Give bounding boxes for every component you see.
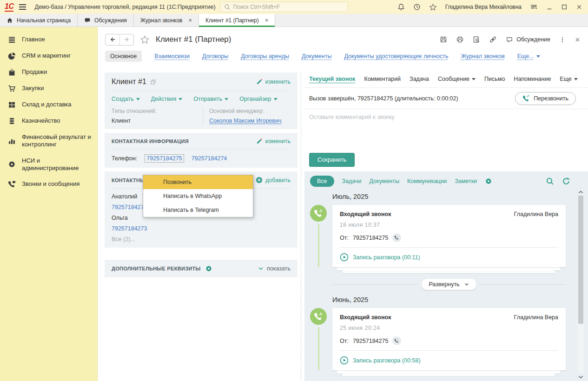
tab-comment[interactable]: Комментарий [364,76,401,82]
preview-icon[interactable] [473,36,480,43]
filter-tasks[interactable]: Задачи [342,178,362,184]
phone-chip-icon[interactable] [392,336,401,345]
menu-item-telegram[interactable]: Написать в Telegram [143,203,253,217]
call-card[interactable]: Входящий звонок Гладилина Вера 25 июня 2… [332,308,566,370]
scroll-up-icon[interactable] [578,190,583,194]
sidebar-item-treasury[interactable]: Казначейство [0,113,97,129]
add-label: добавить [265,177,291,184]
global-search[interactable] [220,2,348,12]
sidebar-item-main[interactable]: Главное [0,32,97,48]
manager-link[interactable]: Соколов Максим Игоревич [209,118,291,124]
forward-button[interactable] [119,34,133,45]
show-label: показать [267,265,291,272]
search-input[interactable] [233,4,344,10]
sidebar-item-admin[interactable]: НСИ и администрирование [0,153,97,177]
favorite-star-icon[interactable] [140,35,150,45]
edit-contact-info-link[interactable]: изменить [256,138,291,145]
call-card[interactable]: Входящий звонок Гладилина Вера 16 июля 1… [332,205,566,267]
call-recording-link[interactable]: Запись разговора (00:11) [340,253,558,262]
timeline-scrollbar[interactable] [577,190,584,379]
tab-current-call[interactable]: Текущий звонок [309,76,355,82]
tab-discussions[interactable]: Обсуждения [78,14,134,26]
edit-client-link[interactable]: изменить [256,79,291,85]
main-menu-icon[interactable] [18,2,27,12]
show-all-contacts-link[interactable]: Все (2)... [112,236,291,243]
nav-link-id-documents[interactable]: Документы удостоверяющие личность [344,53,448,59]
tab-more[interactable]: Еще [560,76,577,82]
call-recording-link[interactable]: Запись разговора (00:58) [340,356,558,365]
interaction-tabs: Текущий звонок Комментарий Задача Сообще… [304,72,588,88]
callback-button[interactable]: Перезвонить [515,92,576,105]
contact-person-phone[interactable]: 79257184273 [112,225,291,232]
filter-notes[interactable]: Заметки [455,178,477,184]
favorites-star-icon[interactable] [429,3,437,11]
event-from-label: От: [340,235,349,241]
call-comment-input[interactable] [309,114,583,148]
timeline-search-icon[interactable] [546,177,554,185]
menu-item-call[interactable]: Позвонить [143,175,253,189]
maximize-window-icon[interactable] [561,4,568,10]
panel-splitter[interactable] [297,72,304,381]
tab-close-icon[interactable]: × [188,17,192,23]
filter-documents[interactable]: Документы [370,178,399,184]
sidebar-item-purchases[interactable]: Закупки [0,80,97,97]
minimize-window-icon[interactable] [546,4,553,10]
nav-link-call-log[interactable]: Журнал звонков [461,53,504,59]
discussion-button[interactable]: Обсуждение [506,36,550,43]
menu-create[interactable]: Создать [112,96,140,102]
nav-link-lease[interactable]: Договоры аренды [241,53,289,59]
copy-icon[interactable] [150,79,156,85]
service-menu-icon[interactable] [530,3,538,11]
filter-all[interactable]: Все [310,176,334,187]
tab-close-icon[interactable]: × [265,17,269,23]
sidebar-item-warehouse[interactable]: Склад и доставка [0,97,97,113]
print-icon[interactable] [456,36,464,43]
show-attributes-link[interactable]: показать [258,265,291,272]
nav-link-contracts[interactable]: Договоры [202,53,228,59]
menu-send[interactable]: Отправить [193,96,228,102]
nav-link-main[interactable]: Основное [105,51,142,62]
nav-link-more[interactable]: Еще... [517,53,540,59]
history-icon[interactable] [413,3,421,11]
more-kebab-icon[interactable] [559,36,566,43]
nav-link-documents[interactable]: Документы [302,53,331,59]
add-contact-person-link[interactable]: добавить [256,177,291,184]
nav-link-relations[interactable]: Взаимосвязи [154,53,190,59]
settings-gear-icon[interactable] [205,265,212,272]
refresh-icon[interactable] [562,177,570,185]
phone-chip-icon[interactable] [392,233,401,242]
filter-settings-gear-icon[interactable] [485,177,492,185]
back-button[interactable] [106,34,119,45]
tab-task[interactable]: Задача [410,76,429,82]
tab-call-log[interactable]: Журнал звонков × [134,14,199,26]
expand-button[interactable]: Развернуть [422,279,476,290]
sidebar-item-finance[interactable]: Финансовый результат и контроллинг [0,129,97,153]
tab-home[interactable]: Начальная страница [0,14,78,26]
menu-actions[interactable]: Действия [151,96,183,102]
scroll-down-icon[interactable] [578,375,583,379]
pencil-icon [256,138,263,145]
save-icon[interactable] [440,36,447,43]
close-window-icon[interactable] [576,4,582,10]
save-button[interactable]: Сохранить [309,153,355,167]
notifications-bell-icon[interactable] [397,3,405,11]
scrollbar-track[interactable] [578,196,584,374]
scrollbar-thumb[interactable] [578,196,583,324]
menu-organizer[interactable]: Органайзер [239,96,277,102]
filter-communications[interactable]: Коммуникации [407,178,447,184]
event-datetime: 16 июля 10:37 [340,222,558,228]
phone-link-2[interactable]: 79257184274 [192,155,227,162]
tab-reminder[interactable]: Напоминание [514,76,551,82]
menu-item-whatsapp[interactable]: Написать в WhatsApp [143,189,253,203]
phone-link-1[interactable]: 79257184275 [145,154,184,163]
tab-client-card[interactable]: Клиент #1 (Партнер) × [199,14,275,26]
tab-letter[interactable]: Письмо [484,76,505,82]
close-form-icon[interactable] [575,37,581,43]
incoming-call-icon [310,308,327,325]
sidebar-item-crm[interactable]: CRM и маркетинг [0,48,97,64]
tab-message[interactable]: Сообщение [438,76,476,82]
link-icon[interactable] [489,36,497,43]
sidebar-item-calls[interactable]: Звонки и сообщения [0,176,97,192]
current-user-name[interactable]: Гладилина Вера Михайловна [445,4,522,10]
sidebar-item-sales[interactable]: Продажи [0,64,97,80]
